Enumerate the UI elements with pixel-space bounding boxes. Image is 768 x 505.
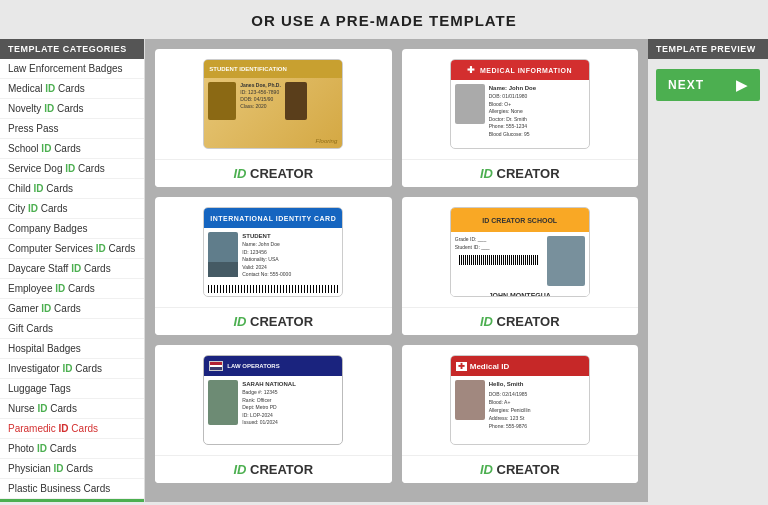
right-panel: TEMPLATE PREVIEW NEXT ▶ [648, 39, 768, 502]
sidebar-item-paramedic[interactable]: Paramedic ID Cards [0, 419, 144, 439]
sidebar-item-medical-id[interactable]: Medical ID Cards [0, 79, 144, 99]
sidebar-item-nurse[interactable]: Nurse ID Cards [0, 399, 144, 419]
template-label-medical2: ID CREATOR [402, 455, 639, 483]
sidebar-item-computer[interactable]: Computer Services ID Cards [0, 239, 144, 259]
template-card-medical-info[interactable]: ✚ MEDICAL INFORMATION Name: John Doe DOB… [402, 49, 639, 187]
template-image-medical2: ✚ Medical ID Hello, Smith DOB: 02/14/198… [402, 345, 639, 455]
sidebar-item-employee[interactable]: Employee ID Cards [0, 279, 144, 299]
template-label-medical-info: ID CREATOR [402, 159, 639, 187]
template-label-law-ops: ID CREATOR [155, 455, 392, 483]
template-grid-area: STUDENT IDENTIFICATION Janes Doe, Ph.D. … [145, 39, 648, 502]
template-label-student: ID CREATOR [155, 159, 392, 187]
sidebar-item-child[interactable]: Child ID Cards [0, 179, 144, 199]
next-arrow-icon: ▶ [736, 77, 748, 93]
template-grid: STUDENT IDENTIFICATION Janes Doe, Ph.D. … [155, 49, 638, 483]
sidebar-item-luggage[interactable]: Luggage Tags [0, 379, 144, 399]
template-image-international: INTERNATIONAL IDENTITY CARD STUDENT Name… [155, 197, 392, 307]
sidebar-header: TEMPLATE CATEGORIES [0, 39, 144, 59]
sidebar-item-daycare[interactable]: Daycare Staff ID Cards [0, 259, 144, 279]
sidebar-item-photo[interactable]: Photo ID Cards [0, 439, 144, 459]
template-card-student[interactable]: STUDENT IDENTIFICATION Janes Doe, Ph.D. … [155, 49, 392, 187]
sidebar-item-hospital[interactable]: Hospital Badges [0, 339, 144, 359]
template-label-school: ID CREATOR [402, 307, 639, 335]
template-image-school: ID CREATOR SCHOOL Grade ID: ___ Student … [402, 197, 639, 307]
sidebar-item-press-pass[interactable]: Press Pass [0, 119, 144, 139]
sidebar-item-gamer[interactable]: Gamer ID Cards [0, 299, 144, 319]
sidebar-item-company[interactable]: Company Badges [0, 219, 144, 239]
sidebar-item-plastic-id[interactable]: Plastic ID Cards [0, 499, 144, 502]
sidebar-item-law-enforcement[interactable]: Law Enforcement Badges [0, 59, 144, 79]
template-image-law-ops: LAW OPERATORS SARAH NATIONAL Badge #: 12… [155, 345, 392, 455]
sidebar-item-city[interactable]: City ID Cards [0, 199, 144, 219]
template-label-international: ID CREATOR [155, 307, 392, 335]
page-title: OR USE A PRE-MADE TEMPLATE [0, 0, 768, 39]
template-card-international[interactable]: INTERNATIONAL IDENTITY CARD STUDENT Name… [155, 197, 392, 335]
template-card-law-ops[interactable]: LAW OPERATORS SARAH NATIONAL Badge #: 12… [155, 345, 392, 483]
template-card-medical2[interactable]: ✚ Medical ID Hello, Smith DOB: 02/14/198… [402, 345, 639, 483]
sidebar: TEMPLATE CATEGORIES Law Enforcement Badg… [0, 39, 145, 502]
preview-header: TEMPLATE PREVIEW [648, 39, 768, 59]
sidebar-item-physician[interactable]: Physician ID Cards [0, 459, 144, 479]
sidebar-item-plastic-business[interactable]: Plastic Business Cards [0, 479, 144, 499]
sidebar-item-gift[interactable]: Gift Cards [0, 319, 144, 339]
sidebar-item-novelty[interactable]: Novelty ID Cards [0, 99, 144, 119]
template-card-school[interactable]: ID CREATOR SCHOOL Grade ID: ___ Student … [402, 197, 639, 335]
sidebar-item-service-dog[interactable]: Service Dog ID Cards [0, 159, 144, 179]
sidebar-item-investigator[interactable]: Investigator ID Cards [0, 359, 144, 379]
template-image-student: STUDENT IDENTIFICATION Janes Doe, Ph.D. … [155, 49, 392, 159]
sidebar-item-school[interactable]: School ID Cards [0, 139, 144, 159]
template-image-medical-info: ✚ MEDICAL INFORMATION Name: John Doe DOB… [402, 49, 639, 159]
next-button[interactable]: NEXT ▶ [656, 69, 760, 101]
